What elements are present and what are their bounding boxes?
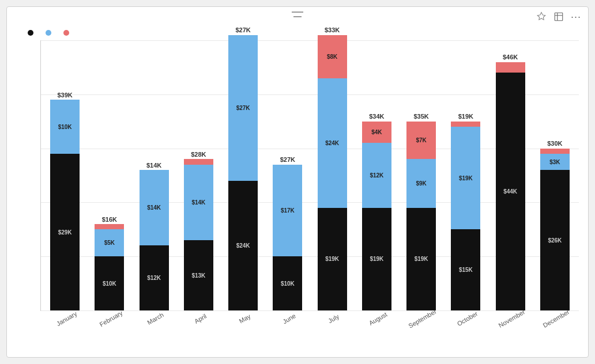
bar-total-label: $14K (146, 162, 161, 169)
bar-stack: $19K$12K$4K (362, 122, 391, 310)
bar-group[interactable]: $15K$19K$19K (444, 40, 487, 310)
x-labels: JanuaryFebruaryMarchAprilMayJuneJulyAugu… (40, 313, 579, 323)
bar-label-blue: $5K (104, 240, 115, 246)
bar-segment-black: $10K (95, 256, 124, 310)
bar-group[interactable]: $13K$14K$28K (177, 40, 220, 310)
bar-segment-black: $19K (406, 208, 436, 310)
bar-label-black: $15K (459, 267, 473, 273)
bar-label-black: $10K (103, 280, 116, 287)
bar-segment-blue: $3K (540, 154, 570, 170)
bar-total-label: $33K (325, 26, 340, 33)
bar-label-blue: $14K (191, 199, 205, 206)
bar-label-black: $44K (503, 188, 517, 195)
bar-segment-blue: $19K (451, 127, 480, 229)
bar-stack: $10K$17K (273, 165, 302, 310)
expand-icon[interactable] (553, 12, 564, 22)
bar-label-black: $19K (370, 256, 383, 262)
legend-dot-blue (46, 30, 51, 36)
bar-segment-black: $13K (184, 240, 213, 310)
bar-segment-black: $10K (273, 256, 302, 310)
bar-segment-red: $4K (362, 122, 391, 143)
more-options-icon[interactable]: ··· (571, 12, 581, 22)
bar-stack: $26K$3K (540, 149, 570, 310)
bar-segment-black: $19K (318, 208, 347, 310)
bar-segment-black: $15K (451, 229, 480, 310)
bar-label-blue: $17K (281, 207, 295, 214)
bars-container: $29K$10K$39K$10K$5K$16K$12K$14K$14K$13K$… (41, 40, 579, 310)
bar-segment-red: $8K (318, 35, 347, 78)
legend-dot-red (63, 30, 69, 36)
bar-segment-blue: $10K (50, 100, 80, 154)
bar-total-label: $19K (458, 113, 473, 120)
bar-group[interactable]: $26K$3K$30K (533, 40, 577, 310)
bar-segment-red (184, 159, 213, 164)
legend-item-red (63, 30, 72, 36)
bar-total-label: $16K (102, 216, 117, 223)
bar-label-blue: $10K (58, 124, 72, 130)
bar-total-label: $30K (547, 140, 562, 147)
bar-stack: $12K$14K (140, 170, 169, 310)
bar-stack: $29K$10K (50, 100, 80, 310)
handle-line1 (292, 12, 303, 13)
bar-label-black: $13K (191, 272, 205, 279)
bar-segment-blue: $14K (140, 170, 169, 245)
bar-segment-blue: $27K (228, 35, 258, 181)
bar-segment-blue: $9K (406, 159, 436, 207)
bar-label-blue: $19K (459, 175, 473, 181)
bar-group[interactable]: $19K$12K$4K$34K (355, 40, 398, 310)
bar-segment-blue: $5K (95, 229, 124, 256)
bar-segment-black: $19K (362, 208, 391, 310)
bar-group[interactable]: $44K$46K (489, 40, 532, 310)
bar-label-blue: $14K (147, 204, 161, 211)
bar-segment-blue: $14K (184, 165, 213, 240)
bar-stack: $10K$5K (95, 224, 124, 310)
bar-segment-blue: $12K (362, 143, 391, 208)
bar-segment-red (451, 122, 480, 127)
svg-rect-0 (555, 13, 563, 21)
bar-total-label: $27K (280, 156, 295, 163)
bar-segment-red: $7K (406, 122, 436, 160)
bar-stack: $19K$9K$7K (406, 122, 436, 310)
bar-group[interactable]: $10K$5K$16K (88, 40, 131, 310)
bar-label-blue: $9K (416, 180, 426, 187)
bar-total-label: $35K (413, 113, 428, 120)
bar-total-label: $28K (191, 151, 206, 158)
bar-total-label: $34K (369, 113, 384, 120)
bar-label-black: $10K (281, 280, 295, 287)
bar-group[interactable]: $19K$24K$8K$33K (311, 40, 354, 310)
bar-label-black: $29K (58, 229, 72, 236)
legend (18, 30, 579, 36)
bar-group[interactable]: $12K$14K$14K (133, 40, 176, 310)
bar-label-blue: $12K (370, 172, 383, 179)
pin-icon[interactable] (536, 12, 547, 22)
bar-segment-red (540, 149, 570, 154)
bar-segment-black: $44K (496, 73, 525, 310)
bar-segment-red (496, 62, 525, 73)
bar-segment-blue: $17K (273, 165, 302, 256)
bar-label-black: $12K (147, 275, 161, 281)
drag-handle (292, 12, 303, 17)
bar-label-red: $8K (327, 54, 337, 60)
bar-stack: $24K$27K (228, 35, 258, 310)
bar-segment-black: $26K (540, 170, 570, 310)
bar-label-red: $4K (371, 129, 382, 135)
bar-stack: $19K$24K$8K (318, 35, 347, 310)
legend-item-black (28, 30, 36, 36)
bar-label-black: $19K (415, 256, 428, 262)
chart-card: ··· $29K$10K$39K$ (6, 6, 589, 358)
bar-label-black: $24K (236, 242, 250, 249)
bar-group[interactable]: $10K$17K$27K (266, 40, 309, 310)
bar-total-label: $39K (57, 92, 72, 98)
bar-total-label: $46K (503, 54, 518, 60)
bar-group[interactable]: $24K$27K$27K (221, 40, 265, 310)
bar-stack: $44K (496, 62, 525, 310)
bar-label-black: $19K (325, 256, 339, 262)
bar-group[interactable]: $19K$9K$7K$35K (400, 40, 443, 310)
bar-segment-black: $24K (228, 181, 258, 310)
bar-segment-black: $29K (50, 154, 80, 310)
y-axis (16, 40, 40, 323)
bar-label-red: $7K (416, 137, 426, 143)
chart-grid: $29K$10K$39K$10K$5K$16K$12K$14K$14K$13K$… (40, 40, 579, 311)
bar-stack: $13K$14K (184, 159, 213, 310)
bar-group[interactable]: $29K$10K$39K (43, 40, 86, 310)
